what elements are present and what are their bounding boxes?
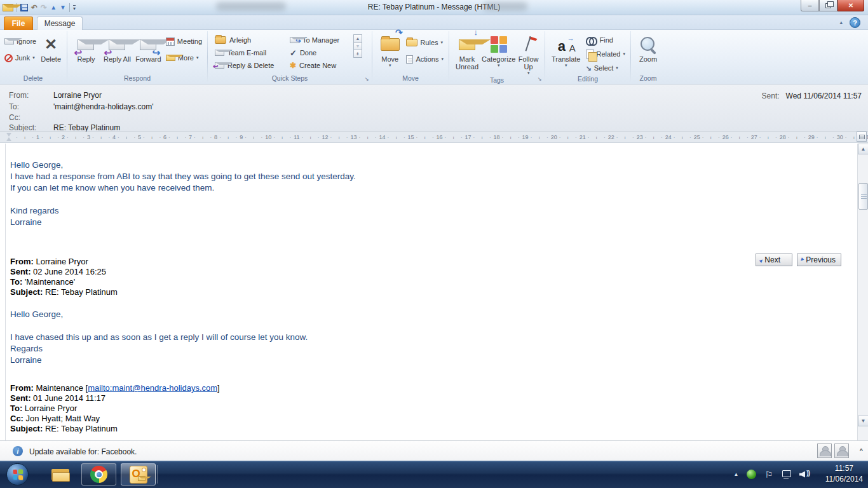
follow-up-button[interactable]: Follow Up ▾ — [515, 32, 541, 76]
message-line: Regards — [10, 343, 830, 355]
forward-button[interactable]: ↪ Forward — [133, 32, 164, 63]
button-label: Zoom — [639, 55, 657, 63]
rules-button[interactable]: Rules ▾ — [404, 36, 445, 49]
button-label: Next — [764, 255, 780, 264]
group-delete: Ignore Junk ▾ ✕ Delete Delete — [0, 30, 66, 84]
avatar-icon[interactable] — [834, 444, 849, 458]
close-button[interactable]: ✕ — [837, 0, 864, 11]
message-line — [10, 240, 830, 251]
dialog-launcher-icon[interactable]: ↘ — [363, 76, 370, 83]
tray-status-orb-icon[interactable] — [747, 470, 756, 479]
ruler-segment: · ı ·3 — [65, 134, 90, 140]
find-button[interactable]: Find — [584, 34, 627, 46]
quickstep-team-email[interactable]: Team E-mail — [211, 46, 286, 59]
quickstep-reply-delete[interactable]: ↩ Reply & Delete — [211, 59, 286, 72]
quicksteps-scrollbar: ▲ ▼ ⇟ — [353, 34, 362, 57]
move-icon: ↷ — [381, 34, 400, 55]
action-center-flag-icon[interactable]: ⚐ — [764, 470, 773, 479]
taskbar: O ▲ ⚐ 11:57 11/06/2014 — [0, 461, 868, 488]
reply-all-button[interactable]: ↩ Reply All — [102, 32, 133, 63]
taskbar-clock[interactable]: 11:57 11/06/2014 — [825, 463, 863, 485]
scroll-up-button[interactable]: ▲ — [858, 144, 868, 154]
collapse-ribbon-icon[interactable]: ▴ — [839, 19, 843, 25]
quickstep-folder-icon — [215, 36, 226, 44]
group-label-delete: Delete — [0, 74, 66, 84]
reply-button[interactable]: ↩ Reply — [71, 32, 102, 63]
group-separator — [207, 31, 208, 83]
scrollbar-thumb[interactable] — [858, 183, 868, 210]
dialog-launcher-icon[interactable]: ↘ — [536, 76, 543, 83]
ruler-segment: · ı ·12 — [300, 134, 329, 140]
translate-button[interactable]: a A → Translate ▾ — [548, 32, 584, 68]
taskbar-chrome-button[interactable] — [81, 463, 116, 485]
chevron-down-icon: ▾ — [498, 63, 500, 68]
button-label: Delete — [41, 55, 61, 63]
indent-marker-icon[interactable] — [6, 133, 12, 141]
help-button[interactable]: ? — [850, 17, 860, 28]
tab-file[interactable]: File — [4, 17, 33, 30]
message-line — [10, 320, 830, 332]
vertical-scrollbar[interactable]: ▲ ▼ — [857, 144, 868, 440]
zoom-button[interactable]: Zoom — [634, 32, 662, 63]
tab-message[interactable]: Message — [37, 17, 83, 30]
group-quick-steps: Arleigh Team E-mail ↩ Reply & Delete ↪ T… — [208, 30, 371, 84]
message-line: I have had a response from ABI to say th… — [10, 171, 830, 182]
restore-button[interactable] — [819, 0, 837, 11]
quickstep-create-new[interactable]: ✱ Create New — [286, 59, 352, 72]
ignore-button[interactable]: Ignore — [3, 35, 38, 48]
group-separator — [67, 31, 67, 83]
minimize-button[interactable]: – — [801, 0, 819, 11]
reply-all-icon: ↩ — [109, 34, 125, 55]
junk-button[interactable]: Junk ▾ — [3, 51, 38, 64]
hidden-icons-chevron-icon[interactable]: ▲ — [734, 471, 739, 477]
volume-icon[interactable] — [799, 470, 810, 479]
start-button[interactable] — [6, 463, 29, 485]
quickstep-to-manager[interactable]: ↪ To Manager — [286, 34, 352, 46]
taskbar-explorer-button[interactable] — [43, 463, 78, 485]
next-button[interactable]: ▸ Next — [756, 254, 792, 266]
people-pane-chevron-icon[interactable]: ^ — [860, 447, 863, 454]
scroll-more-icon[interactable]: ⇟ — [353, 50, 362, 58]
more-button[interactable]: More ▾ — [164, 51, 204, 64]
message-body[interactable]: Hello George,I have had a response from … — [0, 144, 868, 440]
mailto-link[interactable]: mailto:maint@hendra-holidays.com — [88, 383, 217, 393]
body-nav-buttons: ▸ Next ▸ Previous — [756, 254, 841, 266]
message-line: Subject: RE: Tebay Platinum — [10, 424, 830, 434]
quickstep-arleigh[interactable]: Arleigh — [211, 34, 286, 46]
window-controls: – ✕ — [801, 0, 864, 11]
ruler-marks: · ı ·1· ı ·2· ı ·3· ı ·4· ı ·5· ı ·6· ı … — [14, 133, 849, 142]
delete-button[interactable]: ✕ Delete — [38, 32, 64, 63]
group-label-respond: Respond — [68, 74, 207, 84]
avatar-icon[interactable] — [817, 444, 832, 458]
move-button[interactable]: ↷ Move ▾ — [376, 32, 404, 68]
meeting-button[interactable]: Meeting — [164, 35, 204, 48]
ruler-toggle-button[interactable] — [857, 132, 867, 142]
message-lines: Hello George,I have had a response from … — [10, 159, 830, 434]
ruler-segment: · ı ·22 — [586, 134, 614, 140]
ruler-segment: · ı ·7 — [166, 134, 192, 140]
select-button[interactable]: ↘ Select ▾ — [584, 62, 627, 74]
message-header: From: Lorraine Pryor To: 'maint@hendra-h… — [0, 85, 868, 132]
junk-icon — [4, 54, 13, 62]
from-value: Lorraine Pryor — [53, 91, 102, 100]
follow-up-flag-icon — [520, 35, 537, 53]
related-button[interactable]: Related ▾ — [584, 48, 627, 60]
actions-button[interactable]: Actions ▾ — [404, 53, 445, 65]
quickstep-label: Arleigh — [229, 36, 251, 44]
network-icon[interactable] — [781, 470, 791, 478]
categorize-icon — [491, 36, 507, 53]
previous-button[interactable]: ▸ Previous — [797, 254, 841, 266]
categorize-button[interactable]: Categorize ▾ — [482, 32, 515, 68]
redaction-blur — [216, 2, 286, 11]
group-label-zoom: Zoom — [632, 74, 665, 84]
scroll-down-button[interactable]: ▼ — [858, 416, 868, 426]
ruler-segment: · ı ·28 — [757, 134, 786, 140]
quickstep-done[interactable]: ✓ Done — [286, 46, 352, 59]
group-label-editing: Editing — [546, 74, 630, 84]
ruler-segment: · ı ·27 — [729, 134, 757, 140]
message-line: Cc: Jon Hyatt; Matt Way — [10, 414, 830, 424]
taskbar-outlook-button[interactable]: O — [121, 463, 156, 485]
mark-unread-button[interactable]: ↓ Mark Unread — [452, 32, 482, 71]
ruler-segment: · ı ·20 — [529, 134, 557, 140]
button-label: Actions — [416, 55, 438, 63]
